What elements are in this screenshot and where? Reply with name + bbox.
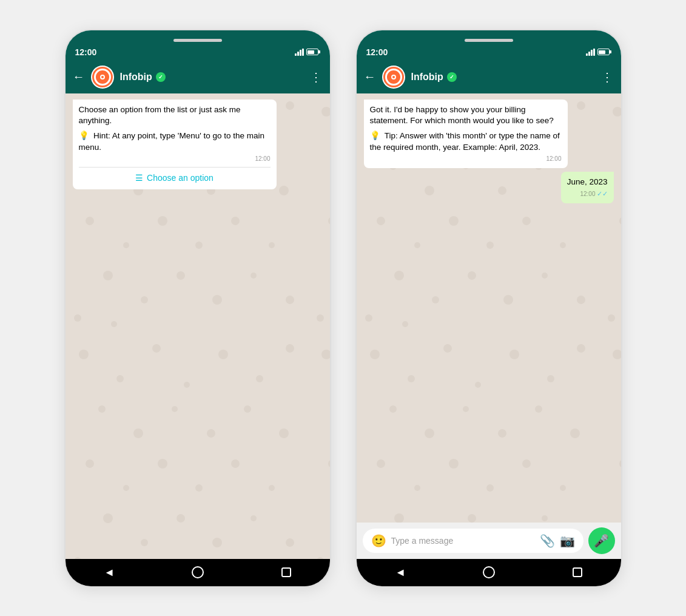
status-time-2: 12:00 [366,47,388,57]
chat-area-1: Choose an option from the list or just a… [66,93,330,559]
message-bubble-received-2: Got it. I'd be happy to show you your bi… [364,100,568,169]
msg-text-2a: Got it. I'd be happy to show you your bi… [370,104,562,127]
status-icons-1 [295,49,320,56]
msg-text-2b: June, 2023 [567,177,608,188]
avatar-2 [382,66,405,89]
message-placeholder[interactable]: Type a message [391,536,535,546]
mic-icon: 🎤 [594,533,609,548]
contact-name-2: Infobip ✓ [411,72,595,83]
chat-header-1: ← Infobip ✓ ⋮ [66,61,330,93]
message-input-field[interactable]: 🙂 Type a message 📎 📷 [363,529,583,553]
emoji-icon[interactable]: 🙂 [371,533,386,548]
verified-badge-2: ✓ [447,72,457,82]
status-bar-2: 12:00 [357,30,621,61]
nav-home-2[interactable] [483,566,495,578]
battery-icon-2 [597,49,611,55]
msg-text-1: Choose an option from the list or just a… [79,104,271,127]
back-button-1[interactable]: ← [73,70,85,84]
nav-back-1[interactable]: ◄ [104,566,115,579]
msg-tip-2: 💡 Tip: Answer with 'this month' or type … [370,130,562,154]
list-icon: ☰ [135,172,143,184]
menu-dots-1[interactable]: ⋮ [310,70,323,84]
nav-bar-2: ◄ [357,559,621,586]
battery-icon [306,49,320,55]
phone-2: 12:00 ← Infob [355,29,622,587]
signal-icon [295,49,304,56]
menu-dots-2[interactable]: ⋮ [601,70,614,84]
messages-1: Choose an option from the list or just a… [70,100,325,193]
phones-container: 12:00 ← Infob [64,29,622,587]
msg-hint-1: 💡 Hint: At any point, type 'Menu' to go … [79,130,271,154]
status-bar-1: 12:00 [66,30,330,61]
nav-home-1[interactable] [192,566,204,578]
msg-time-2b: 12:00 ✓✓ [567,189,608,198]
mic-button[interactable]: 🎤 [588,527,615,554]
msg-time-1: 12:00 [79,155,271,163]
nav-square-1[interactable] [281,567,291,577]
verified-badge-1: ✓ [156,72,166,82]
avatar-1 [91,66,114,89]
phone-1: 12:00 ← Infob [64,29,331,587]
signal-icon-2 [586,49,595,56]
back-button-2[interactable]: ← [364,70,376,84]
chat-area-2: Got it. I'd be happy to show you your bi… [357,93,621,523]
input-bar-2: 🙂 Type a message 📎 📷 🎤 [357,523,621,559]
chat-header-2: ← Infobip ✓ ⋮ [357,61,621,93]
status-time-1: 12:00 [75,47,97,57]
msg-time-2a: 12:00 [370,155,562,163]
contact-name-1: Infobip ✓ [120,72,304,83]
double-check-icon: ✓✓ [597,189,608,198]
message-bubble-received-1: Choose an option from the list or just a… [73,100,277,189]
message-bubble-sent-2: June, 2023 12:00 ✓✓ [561,172,614,203]
option-btn-container: ☰ Choose an option [79,167,271,184]
nav-square-2[interactable] [573,567,582,577]
nav-bar-1: ◄ [66,559,330,586]
nav-back-2[interactable]: ◄ [395,566,406,579]
status-icons-2 [586,49,611,56]
choose-option-button[interactable]: ☰ Choose an option [79,172,271,184]
camera-icon[interactable]: 📷 [560,533,575,548]
attach-icon[interactable]: 📎 [540,533,555,548]
messages-2: Got it. I'd be happy to show you your bi… [361,100,616,208]
